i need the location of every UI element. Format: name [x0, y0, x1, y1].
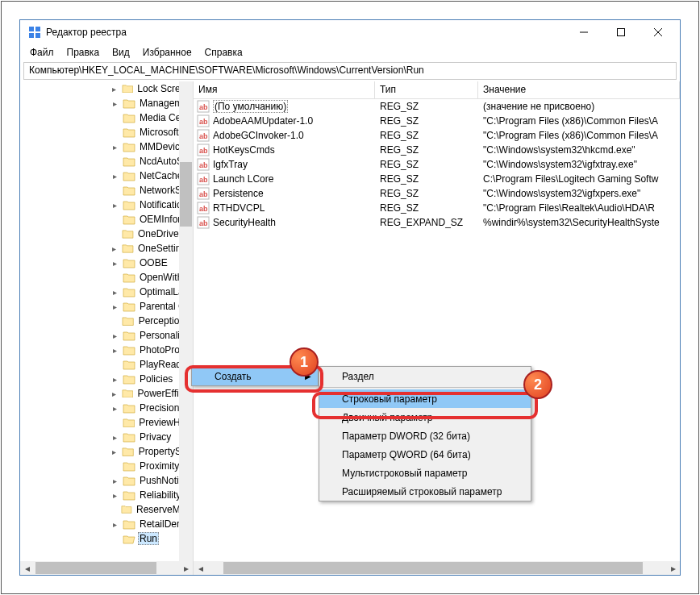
registry-value-row[interactable]: abLaunch LCoreREG_SZC:\Program Files\Log… [194, 172, 680, 186]
tree-expander-icon[interactable]: ▸ [109, 98, 120, 109]
tree-expander-icon[interactable]: ▸ [109, 475, 120, 486]
tree-node[interactable]: ReserveMan [20, 502, 193, 517]
registry-value-row[interactable]: ab(По умолчанию)REG_SZ(значение не присв… [194, 99, 680, 114]
list-scrollbar-horizontal[interactable]: ◂▸ [194, 561, 680, 575]
tree-expander-icon[interactable] [109, 359, 120, 370]
tree-expander-icon[interactable] [109, 112, 120, 123]
tree-node[interactable]: PerceptionS [20, 314, 193, 328]
svg-text:ab: ab [199, 176, 208, 184]
registry-value-row[interactable]: abAdobeGCInvoker-1.0REG_SZ"C:\Program Fi… [194, 128, 680, 143]
tree-expander-icon[interactable] [109, 185, 120, 196]
submenu-item-key[interactable]: Раздел [319, 367, 531, 385]
tree-node[interactable]: ▸Privacy [20, 430, 193, 444]
tree-expander-icon[interactable]: ▸ [109, 83, 119, 94]
tree-scrollbar-vertical[interactable] [179, 81, 193, 561]
tree-node[interactable]: ▸PropertySys [20, 444, 193, 459]
tree-node[interactable]: ▸OOBE [20, 256, 193, 270]
tree-expander-icon[interactable] [109, 315, 119, 327]
tree-expander-icon[interactable]: ▸ [109, 257, 120, 268]
tree-node[interactable]: PreviewHan [20, 415, 193, 430]
tree-expander-icon[interactable] [109, 127, 120, 138]
tree-expander-icon[interactable] [109, 533, 120, 544]
tree-node[interactable]: OneDriveRa [20, 227, 193, 241]
tree-expander-icon[interactable] [109, 417, 120, 428]
column-header-value[interactable]: Значение [478, 81, 680, 98]
tree-node[interactable]: Proximity [20, 459, 193, 473]
tree-node[interactable]: ▸Manageme [20, 96, 193, 110]
menu-view[interactable]: Вид [106, 45, 136, 60]
tree-node[interactable]: PlayReady [20, 357, 193, 372]
tree-expander-icon[interactable]: ▸ [109, 373, 120, 385]
tree-expander-icon[interactable] [109, 504, 119, 515]
tree-node[interactable]: ▸PushNotific [20, 473, 193, 488]
tree-node[interactable]: OEMInform [20, 212, 193, 227]
tree-expander-icon[interactable]: ▸ [109, 170, 120, 181]
submenu-item-expandstring[interactable]: Расширяемый строковый параметр [319, 482, 531, 501]
tree-expander-icon[interactable]: ▸ [109, 489, 120, 501]
tree-node[interactable]: OpenWith [20, 270, 193, 285]
tree-expander-icon[interactable]: ▸ [109, 286, 120, 298]
tree-node[interactable]: ▸Reliability [20, 488, 193, 502]
folder-icon [123, 360, 135, 370]
folder-icon [122, 447, 134, 457]
tree-expander-icon[interactable]: ▸ [109, 402, 120, 414]
tree-expander-icon[interactable]: ▸ [109, 141, 120, 152]
submenu-item-string[interactable]: Строковый параметр [319, 389, 531, 408]
address-bar[interactable]: Компьютер\HKEY_LOCAL_MACHINE\SOFTWARE\Mi… [23, 62, 677, 80]
submenu-item-binary[interactable]: Двоичный параметр [319, 408, 531, 426]
tree-node[interactable]: ▸MMDevices [20, 139, 193, 154]
menu-favorites[interactable]: Избранное [136, 45, 198, 60]
tree-expander-icon[interactable]: ▸ [109, 243, 119, 254]
tree-node[interactable]: ▸PowerEfficie [20, 386, 193, 401]
registry-value-row[interactable]: abSecurityHealthREG_EXPAND_SZ%windir%\sy… [194, 215, 680, 230]
tree-node[interactable]: ▸PhotoPropr [20, 343, 193, 357]
menu-help[interactable]: Справка [198, 45, 249, 60]
tree-node[interactable]: Media Cent [20, 110, 193, 125]
tree-expander-icon[interactable]: ▸ [109, 301, 120, 312]
tree-node[interactable]: ▸Parental Co [20, 299, 193, 314]
tree-expander-icon[interactable] [109, 272, 120, 283]
tree-node[interactable]: ▸RetailDemo [20, 517, 193, 531]
submenu-item-multistring[interactable]: Мультистроковый параметр [319, 464, 531, 482]
tree-expander-icon[interactable]: ▸ [109, 344, 120, 356]
tree-node[interactable]: ▸OptimalLay [20, 285, 193, 299]
tree-scrollbar-horizontal[interactable]: ◂▸ [20, 561, 193, 575]
tree-expander-icon[interactable]: ▸ [109, 199, 120, 210]
tree-expander-icon[interactable]: ▸ [109, 388, 119, 399]
tree-expander-icon[interactable]: ▸ [109, 330, 120, 341]
tree-node[interactable]: MicrosoftEd [20, 125, 193, 139]
registry-value-row[interactable]: abAdobeAAMUpdater-1.0REG_SZ"C:\Program F… [194, 114, 680, 128]
tree-expander-icon[interactable]: ▸ [109, 518, 120, 530]
submenu-item-dword[interactable]: Параметр DWORD (32 бита) [319, 426, 531, 445]
tree-expander-icon[interactable] [109, 214, 120, 225]
tree-node[interactable]: ▸Personaliza [20, 328, 193, 343]
tree-node[interactable]: ▸Policies [20, 372, 193, 386]
tree-node[interactable]: ▸OneSettings [20, 241, 193, 256]
registry-value-row[interactable]: abHotKeysCmdsREG_SZ"C:\Windows\system32\… [194, 143, 680, 157]
tree-expander-icon[interactable] [109, 460, 120, 472]
tree-node[interactable]: ▸Notification [20, 198, 193, 212]
registry-value-row[interactable]: abRTHDVCPLREG_SZ"C:\Program Files\Realte… [194, 201, 680, 215]
maximize-button[interactable] [602, 20, 640, 44]
submenu-item-qword[interactable]: Параметр QWORD (64 бита) [319, 445, 531, 464]
column-header-type[interactable]: Тип [375, 81, 478, 98]
registry-value-row[interactable]: abPersistenceREG_SZ"C:\Windows\system32\… [194, 186, 680, 201]
registry-value-row[interactable]: abIgfxTrayREG_SZ"C:\Windows\system32\igf… [194, 157, 680, 172]
tree-expander-icon[interactable]: ▸ [109, 431, 120, 443]
tree-node[interactable]: ▸NetCache [20, 169, 193, 183]
menu-file[interactable]: Файл [23, 45, 60, 60]
minimize-button[interactable] [565, 20, 602, 44]
tree-expander-icon[interactable] [109, 228, 119, 239]
tree-node[interactable]: Run [20, 531, 193, 546]
column-header-name[interactable]: Имя [194, 81, 375, 98]
tree-node[interactable]: NetworkSer [20, 183, 193, 198]
tree-expander-icon[interactable] [109, 156, 120, 167]
string-value-icon: ab [197, 129, 210, 142]
close-button[interactable] [640, 20, 677, 44]
folder-icon [123, 142, 135, 152]
tree-node[interactable]: ▸Lock Screen [20, 81, 193, 96]
menu-edit[interactable]: Правка [60, 45, 106, 60]
tree-node[interactable]: NcdAutoSe [20, 154, 193, 169]
tree-expander-icon[interactable]: ▸ [109, 446, 119, 457]
tree-node[interactable]: ▸PrecisionTo [20, 401, 193, 415]
